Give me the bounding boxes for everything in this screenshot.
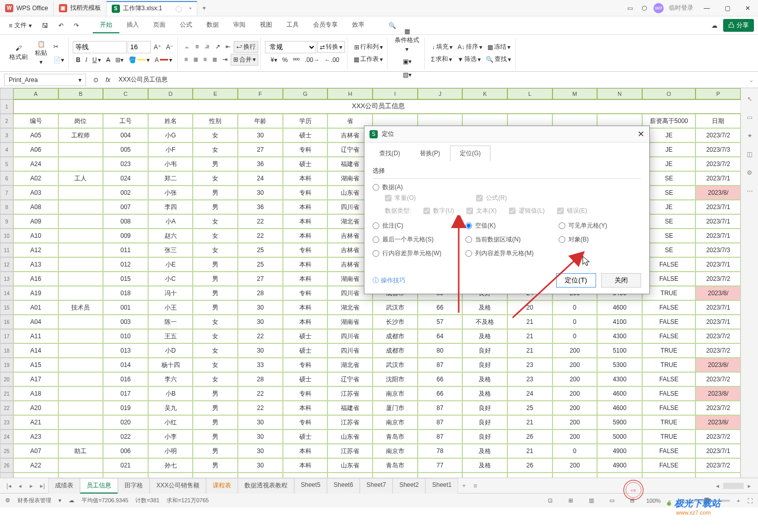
align-top-icon[interactable]: ⫠ [182, 41, 192, 52]
gear-icon[interactable]: ⚙ [5, 497, 10, 504]
cell[interactable]: 小A [148, 214, 193, 229]
hscroll-right-icon[interactable]: ▸ [744, 482, 755, 489]
avatar[interactable]: WP [651, 1, 666, 15]
cell[interactable]: 本科 [283, 458, 328, 473]
cell[interactable]: 山东省 [327, 429, 373, 444]
cell[interactable]: 女 [193, 128, 238, 142]
cell[interactable]: 021 [103, 458, 148, 473]
cell[interactable]: 87 [418, 358, 463, 372]
merge-button[interactable]: ⊞ 合并▾ [231, 54, 258, 66]
row-header[interactable]: 19 [0, 358, 13, 372]
align-right-icon[interactable]: ≡ [201, 54, 209, 65]
cell[interactable]: 长沙市 [373, 315, 418, 329]
cell[interactable]: 0 [552, 300, 598, 315]
fill-button[interactable]: ↓ 填充▾ [430, 42, 455, 53]
cell[interactable]: 硕士 [283, 343, 328, 358]
sheet-next-icon[interactable]: ▸ [26, 482, 37, 489]
cell[interactable]: 0 [552, 315, 598, 329]
col-header-P[interactable]: P [695, 88, 741, 99]
sheet-tab-Sheet7[interactable]: Sheet7 [360, 478, 393, 494]
underline-icon[interactable]: U▾ [90, 54, 103, 66]
cell[interactable]: 66 [418, 372, 463, 386]
cell[interactable] [58, 200, 104, 214]
cell[interactable]: 23 [507, 372, 552, 386]
cell[interactable]: 25 [238, 243, 283, 257]
cell[interactable]: 014 [103, 358, 148, 372]
cell[interactable] [507, 473, 552, 478]
filter-button[interactable]: ▼ 筛选▾ [455, 54, 483, 65]
row-header[interactable]: 14 [0, 286, 13, 300]
cell[interactable]: 009 [103, 229, 148, 243]
cell[interactable]: 青岛市 [373, 458, 418, 473]
cell[interactable]: 女 [193, 142, 238, 157]
cell[interactable]: 小E [148, 257, 193, 272]
cell[interactable]: 四川省 [327, 343, 373, 358]
col-header-F[interactable]: F [238, 88, 283, 99]
cell[interactable]: 36 [238, 200, 283, 214]
cell[interactable]: 年龄 [238, 114, 283, 128]
col-header-O[interactable]: O [642, 88, 696, 99]
view-normal-icon[interactable]: ⊞ [564, 496, 578, 506]
cell[interactable]: 66 [418, 300, 463, 315]
cell[interactable] [148, 473, 193, 478]
cell[interactable]: 本科 [283, 444, 328, 458]
tab-split-icon[interactable]: ◯ [175, 5, 182, 12]
sheet-tab-XXX公司销售额[interactable]: XXX公司销售额 [150, 478, 206, 494]
cell[interactable]: 南京市 [373, 444, 418, 458]
row-header[interactable]: 10 [0, 229, 13, 243]
cell[interactable]: 日期 [695, 114, 741, 128]
fullscreen-icon[interactable]: ⛶ [747, 498, 753, 504]
row-header[interactable]: 23 [0, 415, 13, 429]
cell[interactable]: 200 [552, 401, 598, 415]
add-sheet-icon[interactable]: + [458, 482, 469, 489]
cell[interactable]: A07 [13, 444, 58, 458]
cell[interactable]: SE [642, 171, 696, 186]
cell[interactable]: 小红 [148, 415, 193, 429]
cell[interactable]: 薪资高于5000 [642, 114, 696, 128]
cell[interactable]: 女 [193, 243, 238, 257]
cell[interactable]: 成都市 [373, 343, 418, 358]
cell[interactable]: 小明 [148, 444, 193, 458]
opt-comment[interactable]: 批注(C) [373, 221, 455, 230]
sheet-tab-田字格[interactable]: 田字格 [118, 478, 150, 494]
row-header[interactable]: 8 [0, 200, 13, 214]
cell[interactable]: 21 [507, 444, 552, 458]
cell[interactable]: 女 [193, 214, 238, 229]
cell[interactable]: 编号 [13, 114, 58, 128]
menu-tab-工具[interactable]: 工具 [279, 17, 306, 33]
cell[interactable]: 010 [103, 329, 148, 343]
align-middle-icon[interactable]: ≡ [193, 41, 201, 52]
cell[interactable]: 女 [193, 171, 238, 186]
dialog-tab-1[interactable]: 替换(P) [410, 146, 450, 161]
cell[interactable]: 及格 [462, 372, 507, 386]
format-painter-button[interactable]: 🖌格式刷 [6, 43, 31, 64]
cell[interactable]: 019 [103, 401, 148, 415]
cell[interactable]: 0 [552, 329, 598, 343]
cell[interactable]: 200 [552, 458, 598, 473]
cell[interactable] [58, 458, 104, 473]
menu-tab-审阅[interactable]: 审阅 [226, 17, 253, 33]
cell[interactable]: 不及格 [462, 315, 507, 329]
cell[interactable]: A13 [13, 257, 58, 272]
row-header[interactable]: 25 [0, 444, 13, 458]
cell[interactable]: A17 [13, 372, 58, 386]
undo-icon[interactable]: ↶ [54, 19, 68, 32]
opt-region[interactable]: 当前数据区域(N) [465, 235, 548, 244]
cell[interactable]: 2023/7/2 [695, 372, 741, 386]
cell[interactable] [58, 473, 104, 478]
cell[interactable] [58, 214, 104, 229]
row-header[interactable]: 4 [0, 142, 13, 157]
cell[interactable]: 64 [418, 329, 463, 343]
cell[interactable]: 022 [103, 429, 148, 444]
app-tab[interactable]: W WPS Office [0, 1, 54, 15]
expand-fxbar-icon[interactable]: ⌄ [745, 76, 758, 84]
cell[interactable]: 性别 [193, 114, 238, 128]
cell[interactable]: 辽宁省 [327, 372, 373, 386]
tab-more-icon[interactable]: • [189, 5, 191, 12]
cell[interactable]: A18 [13, 386, 58, 401]
cell[interactable]: A09 [13, 214, 58, 229]
cell[interactable]: 36 [238, 157, 283, 171]
cell[interactable]: 2023/7/1 [695, 229, 741, 243]
cell[interactable]: 2023/7/1 [695, 315, 741, 329]
cell[interactable]: 湖南省 [327, 315, 373, 329]
